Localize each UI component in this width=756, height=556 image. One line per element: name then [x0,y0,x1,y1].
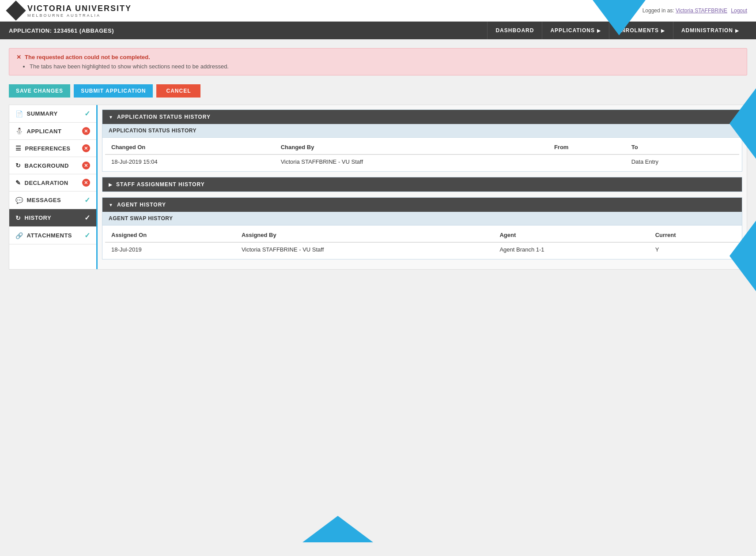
x-icon: ✕ [16,54,21,60]
agent-history-section: ▼ AGENT HISTORY AGENT SWAP HISTORY Assig… [102,197,742,259]
blue-triangle-bottom-decoration [302,516,373,542]
nav-dashboard[interactable]: DASHBOARD [487,22,542,39]
error-alert: ✕ The requested action could not be comp… [9,48,747,75]
logo-text: VICTORIA UNIVERSITY MELBOURNE AUSTRALIA [27,4,132,18]
summary-icon: 📄 [15,110,23,117]
alert-bullet: The tabs have been highlighted to show w… [30,63,740,70]
sidebar-item-attachments[interactable]: 🔗 ATTACHMENTS ✓ [9,227,96,244]
sidebar-label-applicant: APPLICANT [27,128,62,135]
enrolments-arrow-icon: ▶ [661,28,665,33]
blue-triangle-right2-decoration [730,221,756,291]
alert-title-text: The requested action could not be comple… [25,54,150,60]
history-check-icon: ✓ [84,214,91,222]
app-status-table-header-row: Changed On Changed By From To [105,140,739,154]
col-changed-by: Changed By [275,140,548,154]
agent-table: Assigned On Assigned By Agent Current 18… [105,228,739,256]
logo-sub: MELBOURNE AUSTRALIA [27,13,132,18]
col-changed-on: Changed On [105,140,275,154]
sidebar-item-declaration[interactable]: ✎ DECLARATION ✕ [9,174,96,192]
agent-history-header-label: AGENT HISTORY [117,202,166,208]
app-status-sub-title: APPLICATION STATUS HISTORY [102,124,742,138]
alert-details: The tabs have been highlighted to show w… [30,63,740,70]
main-panel: ▼ APPLICATION STATUS HISTORY APPLICATION… [98,105,747,269]
attachments-check-icon: ✓ [84,231,91,240]
main-content: ✕ The requested action could not be comp… [0,39,756,542]
sidebar-item-background[interactable]: ↻ BACKGROUND ✕ [9,157,96,174]
logged-in-label: Logged in as: [643,8,674,14]
app-status-section: ▼ APPLICATION STATUS HISTORY APPLICATION… [102,109,742,172]
declaration-error-icon: ✕ [82,179,90,187]
agent-table-wrapper: Assigned On Assigned By Agent Current 18… [102,225,742,259]
background-icon: ↻ [15,162,21,169]
col-from: From [548,140,625,154]
sidebar-item-preferences[interactable]: ☰ PREFERENCES ✕ [9,140,96,157]
app-status-toggle-icon: ▼ [109,115,113,120]
col-to: To [625,140,739,154]
col-current: Current [649,228,739,242]
sidebar-item-history[interactable]: ↻ HISTORY ✓ [9,209,96,227]
app-status-header-label: APPLICATION STATUS HISTORY [117,114,211,120]
app-status-table-wrapper: Changed On Changed By From To 18-Jul-201… [102,138,742,171]
logo-area: VICTORIA UNIVERSITY MELBOURNE AUSTRALIA [9,4,132,18]
submit-application-button[interactable]: SUBMIT APPLICATION [74,84,153,98]
sidebar-label-background: BACKGROUND [25,162,69,169]
logout-link[interactable]: Logout [731,8,747,14]
app-status-header[interactable]: ▼ APPLICATION STATUS HISTORY [102,110,742,124]
preferences-icon: ☰ [15,145,22,152]
attachments-icon: 🔗 [15,232,23,239]
sidebar-label-history: HISTORY [25,214,52,221]
sidebar: 📄 SUMMARY ✓ ⛄ APPLICANT ✕ ☰ PREFERENCES … [9,105,98,269]
sidebar-label-declaration: DECLARATION [25,180,68,186]
messages-check-icon: ✓ [84,196,91,204]
user-name-link[interactable]: Victoria STAFFBRINE [676,8,727,14]
messages-icon: 💬 [15,197,23,204]
sidebar-label-attachments: ATTACHMENTS [27,232,72,239]
table-row: 18-Jul-2019Victoria STAFFBRINE - VU Staf… [105,242,739,256]
col-assigned-by: Assigned By [235,228,493,242]
staff-assignment-header-label: STAFF ASSIGNMENT HISTORY [116,181,205,188]
user-info: Logged in as: Victoria STAFFBRINE Logout [643,8,747,14]
top-header: VICTORIA UNIVERSITY MELBOURNE AUSTRALIA … [0,0,756,22]
agent-history-toggle-icon: ▼ [109,203,113,207]
sidebar-label-preferences: PREFERENCES [25,145,71,152]
agent-table-header-row: Assigned On Assigned By Agent Current [105,228,739,242]
blue-triangle-decoration [593,0,646,35]
sidebar-item-summary[interactable]: 📄 SUMMARY ✓ [9,105,96,123]
alert-title: ✕ The requested action could not be comp… [16,54,740,60]
logo-diamond-icon [6,0,26,20]
staff-assignment-header[interactable]: ▶ STAFF ASSIGNMENT HISTORY [102,177,742,192]
sidebar-label-messages: MESSAGES [27,197,61,203]
agent-sub-title: AGENT SWAP HISTORY [102,212,742,225]
agent-history-header[interactable]: ▼ AGENT HISTORY [102,198,742,212]
background-error-icon: ✕ [82,162,90,169]
logo-title: VICTORIA UNIVERSITY [27,4,132,13]
preferences-error-icon: ✕ [82,144,90,152]
applicant-error-icon: ✕ [82,127,90,135]
sidebar-item-applicant[interactable]: ⛄ APPLICANT ✕ [9,123,96,140]
app-status-table: Changed On Changed By From To 18-Jul-201… [105,140,739,169]
save-changes-button[interactable]: SAVE CHANGES [9,84,70,98]
nav-administration[interactable]: ADMINISTRATION ▶ [673,22,747,39]
blue-triangle-right-decoration [730,88,756,159]
content-layout: 📄 SUMMARY ✓ ⛄ APPLICANT ✕ ☰ PREFERENCES … [9,105,747,270]
applicant-icon: ⛄ [15,128,23,135]
col-agent: Agent [493,228,649,242]
sidebar-item-messages[interactable]: 💬 MESSAGES ✓ [9,192,96,209]
history-icon: ↻ [15,214,21,222]
summary-check-icon: ✓ [84,109,91,118]
staff-assignment-toggle-icon: ▶ [109,182,113,187]
action-buttons: SAVE CHANGES SUBMIT APPLICATION CANCEL [9,84,747,98]
sidebar-label-summary: SUMMARY [27,110,58,117]
cancel-button[interactable]: CANCEL [156,84,200,98]
table-row: 18-Jul-2019 15:04Victoria STAFFBRINE - V… [105,154,739,169]
staff-assignment-section: ▶ STAFF ASSIGNMENT HISTORY [102,177,742,192]
nav-app-title: APPLICATION: 1234561 (ABBAGES) [9,22,487,39]
administration-arrow-icon: ▶ [735,28,739,33]
declaration-icon: ✎ [15,179,21,186]
col-assigned-on: Assigned On [105,228,235,242]
